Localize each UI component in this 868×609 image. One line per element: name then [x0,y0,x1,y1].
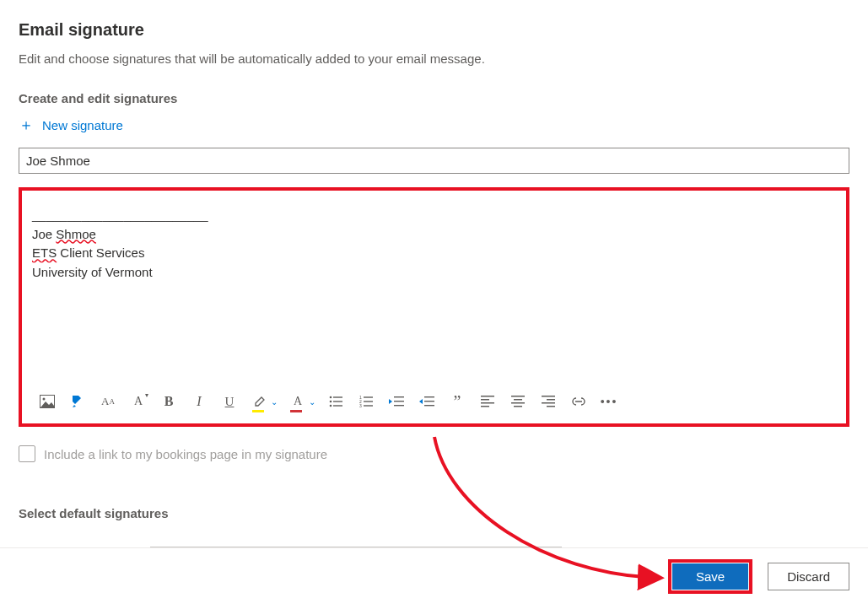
signature-separator: _________________________ [32,206,836,225]
signature-editor-highlighted: _________________________ Joe Shmoe ETS … [19,187,849,427]
font-icon[interactable]: AA [98,391,118,412]
svg-rect-24 [511,396,525,397]
outdent-icon[interactable] [386,391,407,412]
svg-rect-5 [333,401,342,402]
svg-rect-26 [511,402,525,404]
svg-rect-11 [364,401,373,402]
chevron-down-icon: ⌄ [309,397,315,407]
font-color-icon: A [288,391,308,412]
svg-rect-16 [394,405,404,406]
svg-rect-15 [394,401,404,402]
new-signature-label: New signature [42,118,123,132]
signature-line: ETS Client Services [32,244,836,263]
svg-text:3: 3 [359,403,362,407]
discard-button[interactable]: Discard [768,563,849,590]
footer-divider [0,547,868,548]
svg-rect-3 [333,396,342,397]
signature-editor[interactable]: _________________________ Joe Shmoe ETS … [22,191,846,385]
svg-rect-7 [333,405,342,406]
signature-name-input[interactable] [19,148,849,174]
page-title: Email signature [19,20,849,40]
svg-rect-14 [394,396,404,397]
font-size-icon[interactable]: A▾ [128,391,148,412]
editor-toolbar: AA A▾ B I U ⌄ A ⌄ [22,385,846,423]
svg-rect-30 [542,402,555,404]
svg-rect-9 [364,396,373,397]
bookings-checkbox[interactable] [19,445,35,462]
align-left-icon[interactable] [477,391,498,412]
page-description: Edit and choose signatures that will be … [19,51,849,66]
image-icon[interactable] [37,391,57,412]
link-icon[interactable] [569,391,589,412]
svg-point-6 [330,405,332,407]
align-right-icon[interactable] [538,391,558,412]
svg-rect-25 [514,399,522,401]
create-signatures-label: Create and edit signatures [19,91,849,105]
svg-rect-13 [364,405,373,406]
align-center-icon[interactable] [508,391,528,412]
svg-rect-27 [514,406,522,407]
chevron-down-icon: ⌄ [271,397,278,407]
svg-point-4 [330,401,332,403]
signature-line: Joe Shmoe [32,225,836,245]
footer-actions: Save Discard [668,559,849,594]
save-button[interactable]: Save [672,563,748,590]
save-button-highlighted: Save [668,559,752,594]
font-color-dropdown[interactable]: A ⌄ [288,391,315,412]
svg-rect-28 [542,396,555,397]
italic-icon[interactable]: I [189,391,209,412]
more-icon[interactable]: ••• [599,391,619,412]
svg-rect-17 [424,396,434,397]
new-signature-button[interactable]: ＋ New signature [19,117,123,132]
bullet-list-icon[interactable] [326,391,346,412]
bold-icon[interactable]: B [159,391,179,412]
svg-rect-20 [481,396,494,397]
quote-icon[interactable]: ” [447,391,467,412]
number-list-icon[interactable]: 123 [356,391,376,412]
highlight-icon [250,391,270,412]
svg-rect-19 [424,405,434,406]
plus-icon: ＋ [19,117,34,132]
svg-rect-21 [481,399,489,401]
signature-line: University of Vermont [32,263,836,283]
svg-point-1 [43,398,46,401]
underline-icon[interactable]: U [219,391,240,412]
bookings-checkbox-row: Include a link to my bookings page in my… [19,445,849,462]
svg-rect-31 [547,406,555,407]
bookings-checkbox-label: Include a link to my bookings page in my… [44,447,327,461]
svg-rect-18 [424,401,434,402]
highlight-dropdown[interactable]: ⌄ [250,391,278,412]
format-painter-icon[interactable] [67,391,88,412]
svg-rect-29 [547,399,555,401]
indent-icon[interactable] [417,391,437,412]
select-defaults-label: Select default signatures [19,506,849,520]
svg-point-2 [330,396,332,399]
svg-rect-23 [481,406,489,407]
svg-rect-22 [481,402,494,404]
